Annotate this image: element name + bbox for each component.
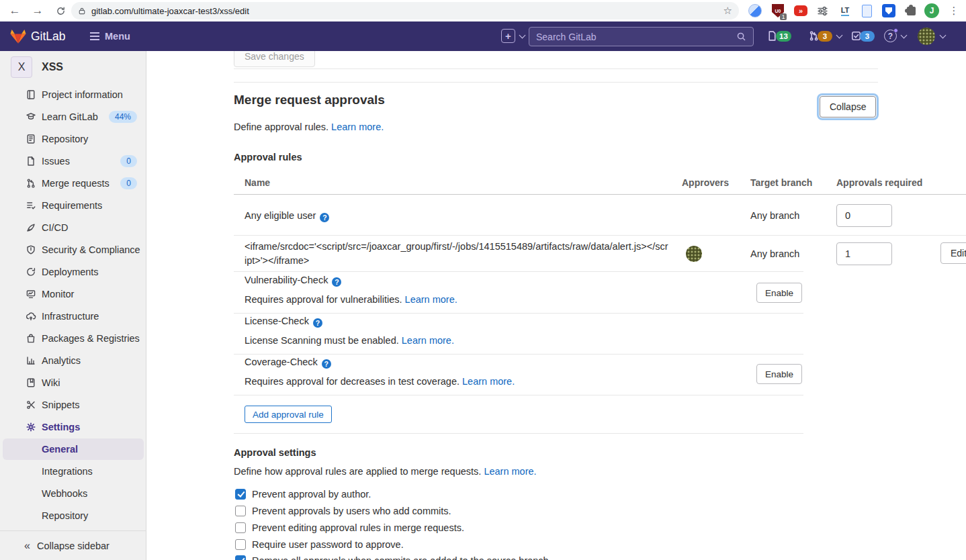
sidebar-item-settings-general[interactable]: General bbox=[3, 438, 144, 460]
new-menu-button[interactable]: + bbox=[501, 29, 525, 43]
gitlab-tanuki-logo[interactable] bbox=[9, 28, 27, 45]
sidebar-item-cicd[interactable]: CI/CD bbox=[0, 216, 146, 238]
back-icon[interactable]: ← bbox=[5, 0, 24, 21]
project-context-header[interactable]: X XSS bbox=[11, 56, 63, 78]
sidebar-item-infrastructure[interactable]: Infrastructure bbox=[0, 305, 146, 327]
approval-rules-heading: Approval rules bbox=[234, 152, 302, 162]
checkbox-checked-icon[interactable] bbox=[235, 555, 246, 560]
navbar-user-menu[interactable] bbox=[918, 28, 945, 45]
navbar-issues-button[interactable]: 13 bbox=[766, 30, 791, 42]
circle-extension-icon[interactable] bbox=[747, 0, 763, 21]
checkbox-unchecked-icon[interactable] bbox=[235, 539, 246, 550]
enable-check-button[interactable]: Enable bbox=[756, 283, 802, 303]
check-name: Vulnerability-Check? bbox=[245, 275, 341, 287]
issues-count-badge: 13 bbox=[776, 31, 791, 42]
checkbox-require-user-password[interactable]: Require user password to approve. bbox=[235, 539, 404, 550]
password-extension-icon[interactable] bbox=[880, 0, 897, 21]
add-approval-rule-button[interactable]: Add approval rule bbox=[245, 406, 332, 423]
navbar-merge-requests-button[interactable]: 3 bbox=[808, 30, 842, 42]
project-avatar: X bbox=[11, 56, 32, 78]
sidebar-item-issues[interactable]: Issues 0 bbox=[0, 150, 146, 172]
approvals-required-input[interactable] bbox=[836, 242, 892, 265]
edit-rule-button[interactable]: Edit bbox=[940, 242, 966, 264]
menu-button[interactable]: Menu bbox=[90, 21, 130, 51]
address-bar[interactable]: gitlab.com/ultimate-joaxcar-test3/xss/ed… bbox=[71, 2, 739, 19]
sidebar-item-project-information[interactable]: Project information bbox=[0, 83, 146, 105]
navbar-todos-button[interactable]: 3 bbox=[850, 30, 875, 42]
checkbox-unchecked-icon[interactable] bbox=[235, 522, 246, 533]
browser-menu-icon[interactable]: ⋮ bbox=[946, 0, 962, 21]
sidebar-item-repository[interactable]: Repository bbox=[0, 128, 146, 150]
browser-profile-avatar[interactable]: J bbox=[923, 0, 940, 21]
checkbox-checked-icon[interactable] bbox=[235, 489, 246, 500]
checkbox-remove-approvals-on-commit[interactable]: Remove all approvals when commits are ad… bbox=[235, 555, 552, 560]
reload-icon[interactable] bbox=[51, 0, 70, 21]
learn-more-link[interactable]: Learn more. bbox=[331, 122, 384, 132]
help-icon[interactable]: ? bbox=[313, 318, 322, 328]
issues-count-badge: 0 bbox=[120, 155, 137, 167]
help-icon[interactable]: ? bbox=[320, 213, 329, 222]
sidebar-item-settings-integrations[interactable]: Integrations bbox=[0, 460, 146, 482]
search-input[interactable] bbox=[536, 32, 736, 42]
video-extension-icon[interactable]: » bbox=[793, 0, 809, 21]
adblock-extension-icon[interactable]: U0 1 bbox=[769, 0, 787, 21]
learn-more-link[interactable]: Learn more. bbox=[462, 376, 515, 387]
table-header-divider bbox=[234, 194, 966, 195]
adblock-badge: 1 bbox=[780, 13, 787, 20]
forward-icon[interactable]: → bbox=[28, 0, 47, 21]
bookmark-star-icon[interactable]: ☆ bbox=[723, 5, 732, 17]
puzzle-extensions-icon[interactable] bbox=[903, 0, 919, 21]
table-row-divider bbox=[234, 395, 803, 395]
sidebar-item-settings-webhooks[interactable]: Webhooks bbox=[0, 482, 146, 504]
sidebar-item-analytics[interactable]: Analytics bbox=[0, 349, 146, 371]
sliders-extension-icon[interactable] bbox=[814, 0, 830, 21]
checkbox-prevent-editing-approval-rules[interactable]: Prevent editing approval rules in merge … bbox=[235, 522, 464, 533]
chevron-down-icon bbox=[836, 32, 843, 38]
docs-extension-icon[interactable] bbox=[859, 0, 875, 21]
checkbox-unchecked-icon[interactable] bbox=[235, 506, 246, 516]
infrastructure-icon bbox=[26, 311, 36, 322]
sidebar-item-requirements[interactable]: Requirements bbox=[0, 194, 146, 216]
lock-icon bbox=[78, 7, 86, 15]
sidebar-item-packages-registries[interactable]: Packages & Registries bbox=[0, 327, 146, 349]
help-icon[interactable]: ? bbox=[322, 359, 331, 369]
sidebar-item-snippets[interactable]: Snippets bbox=[0, 393, 146, 416]
sidebar-item-security-compliance[interactable]: Security & Compliance bbox=[0, 238, 146, 261]
browser-toolbar: ← → gitlab.com/ultimate-joaxcar-test3/xs… bbox=[0, 0, 966, 21]
approver-avatar[interactable] bbox=[686, 246, 702, 262]
hamburger-icon bbox=[90, 32, 99, 40]
sidebar-item-merge-requests[interactable]: Merge requests 0 bbox=[0, 172, 146, 194]
sidebar-item-monitor[interactable]: Monitor bbox=[0, 283, 146, 305]
global-search[interactable] bbox=[529, 27, 754, 46]
snippets-icon bbox=[26, 400, 36, 410]
sidebar-item-wiki[interactable]: Wiki bbox=[0, 371, 146, 393]
rule-target-branch: Any branch bbox=[750, 248, 799, 259]
languagetool-extension-icon[interactable]: LT bbox=[836, 0, 854, 21]
merge-requests-count-badge: 3 bbox=[818, 31, 832, 42]
gitlab-logo-text[interactable]: GitLab bbox=[31, 21, 66, 51]
sidebar-item-settings[interactable]: Settings bbox=[0, 416, 146, 438]
collapse-section-button[interactable]: Collapse bbox=[820, 96, 876, 118]
learn-more-link[interactable]: Learn more. bbox=[405, 294, 457, 305]
chevron-down-icon bbox=[901, 32, 908, 38]
sidebar-item-learn-gitlab[interactable]: Learn GitLab 44% bbox=[0, 105, 146, 128]
learn-more-link[interactable]: Learn more. bbox=[484, 466, 536, 477]
approvals-required-input[interactable] bbox=[836, 204, 892, 227]
column-header-target-branch: Target branch bbox=[750, 177, 812, 188]
save-changes-button[interactable]: Save changes bbox=[234, 51, 315, 67]
collapse-sidebar-button[interactable]: « Collapse sidebar bbox=[0, 534, 146, 557]
enable-check-button[interactable]: Enable bbox=[756, 364, 802, 384]
sidebar-item-deployments[interactable]: Deployments bbox=[0, 261, 146, 283]
learn-more-link[interactable]: Learn more. bbox=[402, 335, 454, 346]
sidebar-item-settings-repository[interactable]: Repository bbox=[0, 504, 146, 526]
help-icon[interactable]: ? bbox=[332, 277, 341, 287]
navbar-help-button[interactable]: ? bbox=[884, 30, 906, 42]
checkbox-prevent-approval-by-author[interactable]: Prevent approval by author. bbox=[235, 489, 371, 500]
rule-name: <iframe/srcdoc='<script/src=/joaxcar_gro… bbox=[245, 240, 669, 268]
section-divider bbox=[234, 68, 878, 69]
checkbox-prevent-approvals-by-committers[interactable]: Prevent approvals by users who add commi… bbox=[235, 506, 451, 516]
table-row-divider bbox=[234, 313, 803, 314]
project-name: XSS bbox=[42, 61, 63, 73]
shield-icon bbox=[26, 244, 36, 255]
url-text: gitlab.com/ultimate-joaxcar-test3/xss/ed… bbox=[91, 6, 723, 16]
